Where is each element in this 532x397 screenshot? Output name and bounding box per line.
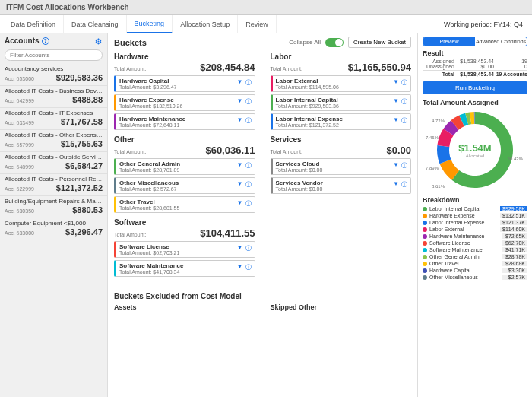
account-amount: $3,296.47 [65, 227, 103, 237]
bucket-name: Labor Internal Capital [276, 97, 338, 103]
filter-icon[interactable]: ▼ [393, 116, 399, 122]
run-bucketing-button[interactable]: Run Bucketing [423, 81, 527, 94]
breakdown-row[interactable]: Hardware Maintenance $72.65K [423, 233, 527, 240]
filter-icon[interactable]: ▼ [237, 78, 243, 84]
tab-data-definition[interactable]: Data Definition [3, 15, 64, 33]
bucket-item[interactable]: Hardware Maintenance ▼ ⓘ Total Amount: $… [114, 113, 255, 130]
bucket-total: Total Amount: $72,648.11 [119, 122, 252, 128]
tab-data-cleansing[interactable]: Data Cleansing [64, 15, 127, 33]
account-item[interactable]: Building/Equipment Repairs & Maint... Ac… [0, 196, 107, 218]
info-icon[interactable]: ⓘ [245, 97, 252, 103]
filter-icon[interactable]: ▼ [393, 78, 399, 84]
info-icon[interactable]: ⓘ [401, 180, 407, 186]
bucket-item[interactable]: Other Travel ▼ ⓘ Total Amount: $28,681.5… [114, 196, 255, 213]
account-id: Acc. 630350 [5, 208, 34, 214]
info-icon[interactable]: ⓘ [245, 161, 252, 167]
filter-icon[interactable]: ▼ [237, 116, 243, 122]
filter-icon[interactable]: ▼ [237, 199, 243, 205]
info-icon[interactable]: ⓘ [245, 116, 252, 122]
tab-bucketing[interactable]: Bucketing [127, 15, 173, 33]
total-label: Total Amount: [114, 232, 146, 237]
breakdown-row[interactable]: Software License $62.70K [423, 240, 527, 246]
bucket-name: Hardware Maintenance [119, 116, 185, 122]
excluded-title: Buckets Excluded from Cost Model [114, 287, 411, 300]
filter-icon[interactable]: ▼ [237, 263, 243, 269]
bucket-item[interactable]: Hardware Expense ▼ ⓘ Total Amount: $132,… [114, 94, 255, 111]
filter-icon[interactable]: ▼ [237, 180, 243, 186]
collapse-toggle[interactable] [325, 38, 344, 47]
account-id: Acc. 642999 [5, 98, 34, 103]
bucket-name: Other Miscellaneous [119, 179, 179, 186]
breakdown-row[interactable]: Other Miscellaneous $2.57K [423, 274, 527, 281]
info-icon[interactable]: ⓘ [401, 116, 407, 122]
account-item[interactable]: Allocated IT Costs - Personnel Relat... … [0, 174, 107, 196]
account-item[interactable]: Computer Equipment <$1,000 Acc. 633000 $… [0, 218, 107, 240]
account-item[interactable]: Accountancy services Acc. 653000 $929,58… [0, 64, 107, 86]
tabs-bar: Data DefinitionData CleansingBucketingAl… [0, 15, 532, 33]
account-item[interactable]: Allocated IT Costs - IT Expenses Acc. 63… [0, 108, 107, 130]
search-input[interactable] [5, 49, 103, 61]
account-name: Allocated IT Costs - Other Expenses [5, 132, 103, 138]
breakdown-label: Hardware Capital [429, 268, 470, 273]
bucket-item[interactable]: Hardware Capital ▼ ⓘ Total Amount: $3,29… [114, 75, 255, 92]
breakdown-row[interactable]: Other General Admin $28.78K [423, 253, 527, 260]
filter-icon[interactable]: ▼ [237, 244, 243, 250]
breakdown-row[interactable]: Other Travel $28.68K [423, 260, 527, 267]
bucket-item[interactable]: Software License ▼ ⓘ Total Amount: $62,7… [114, 241, 255, 258]
info-icon[interactable]: ⓘ [245, 263, 252, 269]
filter-icon[interactable]: ▼ [393, 180, 399, 186]
donut-sub: Allocated [458, 154, 491, 158]
info-icon[interactable]: ⓘ [245, 78, 252, 84]
info-icon[interactable]: ⓘ [245, 199, 252, 205]
total-label: Total Amount: [271, 149, 302, 154]
bucket-item[interactable]: Services Vendor ▼ ⓘ Total Amount: $0.00 [271, 177, 412, 194]
create-bucket-button[interactable]: Create New Bucket [348, 37, 411, 48]
help-icon[interactable]: ? [42, 37, 49, 45]
gear-icon[interactable]: ⚙ [95, 37, 103, 45]
tab-allocation-setup[interactable]: Allocation Setup [173, 15, 238, 33]
account-item[interactable]: Allocated IT Costs - Business Devel... A… [0, 86, 107, 108]
info-icon[interactable]: ⓘ [245, 244, 252, 250]
excluded-bucket[interactable]: Assets [114, 303, 255, 311]
filter-icon[interactable]: ▼ [237, 97, 243, 103]
breakdown-row[interactable]: Labor Internal Capital $929.58K [423, 205, 527, 212]
breakdown-label: Labor Internal Expense [429, 220, 484, 225]
excluded-bucket[interactable]: Skipped Other [271, 303, 412, 311]
bucket-name: Other Travel [119, 198, 155, 205]
bucket-item[interactable]: Services Cloud ▼ ⓘ Total Amount: $0.00 [271, 158, 412, 175]
bucket-total: Total Amount: $121,372.52 [276, 122, 408, 128]
account-name: Accountancy services [5, 65, 103, 72]
breakdown-row[interactable]: Hardware Capital $3.30K [423, 267, 527, 274]
pct-label: 7.45% [426, 135, 439, 140]
category-total: $0.00 [386, 145, 411, 156]
bucket-item[interactable]: Labor External ▼ ⓘ Total Amount: $114,59… [271, 75, 412, 92]
color-dot [423, 262, 427, 266]
account-amount: $71,767.58 [61, 117, 103, 126]
info-icon[interactable]: ⓘ [401, 161, 407, 167]
breakdown-value: $62.70K [502, 240, 527, 246]
account-item[interactable]: Allocated IT Costs - Other Expenses Acc.… [0, 130, 107, 152]
account-name: Allocated IT Costs - Personnel Relat... [5, 176, 103, 183]
breakdown-row[interactable]: Software Maintenance $41.71K [423, 246, 527, 253]
bucket-item[interactable]: Labor Internal Expense ▼ ⓘ Total Amount:… [271, 113, 412, 130]
filter-icon[interactable]: ▼ [393, 161, 399, 167]
tab-review[interactable]: Review [238, 15, 277, 33]
filter-icon[interactable]: ▼ [237, 161, 243, 167]
bucket-item[interactable]: Software Maintenance ▼ ⓘ Total Amount: $… [114, 260, 255, 277]
info-icon[interactable]: ⓘ [245, 180, 252, 186]
info-icon[interactable]: ⓘ [401, 97, 407, 103]
bucket-item[interactable]: Other Miscellaneous ▼ ⓘ Total Amount: $2… [114, 177, 255, 194]
breakdown-row[interactable]: Labor Internal Expense $121.37K [423, 219, 527, 226]
account-amount: $929,583.36 [56, 73, 103, 82]
category-title: Labor [271, 52, 412, 61]
seg-advanced[interactable]: Advanced Conditions [475, 37, 527, 46]
seg-preview[interactable]: Preview [423, 37, 475, 46]
info-icon[interactable]: ⓘ [401, 78, 407, 84]
account-item[interactable]: Allocated IT Costs - Outside Servic... A… [0, 152, 107, 174]
filter-icon[interactable]: ▼ [393, 97, 399, 103]
breakdown-row[interactable]: Hardware Expense $132.51K [423, 212, 527, 219]
breakdown-row[interactable]: Labor External $114.60K [423, 226, 527, 233]
color-dot [423, 207, 427, 211]
bucket-item[interactable]: Other General Admin ▼ ⓘ Total Amount: $2… [114, 158, 255, 175]
bucket-item[interactable]: Labor Internal Capital ▼ ⓘ Total Amount:… [271, 94, 412, 111]
